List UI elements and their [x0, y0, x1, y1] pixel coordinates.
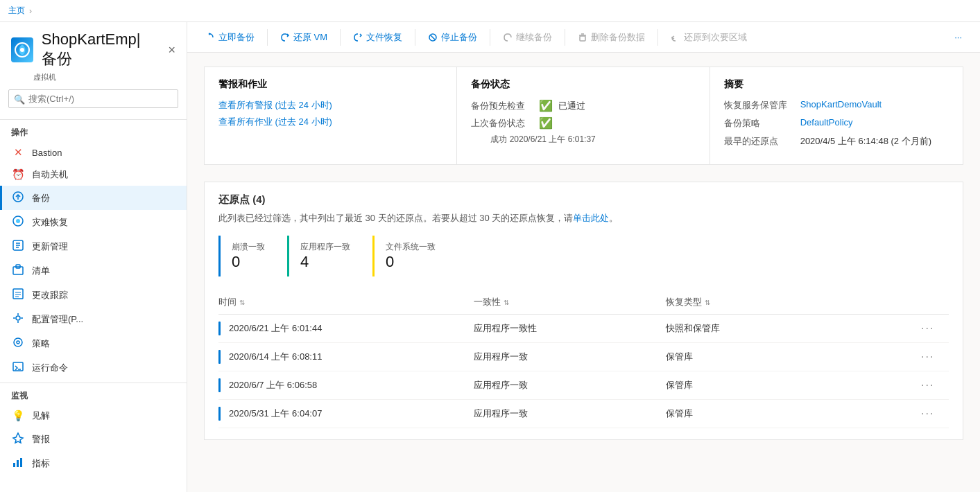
sidebar-item-alerts-label: 警报: [32, 433, 50, 446]
col-recovery-label: 恢复类型: [666, 296, 702, 308]
toolbar-sep-3: [415, 29, 415, 46]
summary-key-vault: 恢复服务保管库: [724, 99, 800, 112]
sidebar-item-insights[interactable]: 💡 见解: [0, 405, 187, 427]
sidebar-item-disaster-recovery-label: 灾难恢复: [32, 216, 68, 229]
table-row: 2020/6/7 上午 6:06:58 应用程序一致 保管库 ···: [218, 371, 949, 400]
col-consistency-sort[interactable]: ⇅: [504, 299, 509, 306]
search-input[interactable]: [8, 89, 178, 108]
row2-indicator: [218, 350, 221, 364]
sidebar-item-backup[interactable]: 备份: [0, 186, 187, 210]
restore-vm-label: 还原 VM: [293, 31, 327, 44]
sidebar-item-policy[interactable]: 策略: [0, 331, 187, 355]
row3-menu[interactable]: ···: [921, 379, 949, 392]
restore-secondary-button[interactable]: 还原到次要区域: [664, 28, 754, 47]
summary-val-policy[interactable]: DefaultPolicy: [800, 117, 853, 130]
toolbar-sep-2: [340, 29, 341, 46]
summary-section: 摘要 恢复服务保管库 ShopKartDemoVault 备份策略 Defaul…: [710, 67, 963, 164]
last-backup-icon: ✅: [539, 116, 553, 130]
sidebar-item-config-management-label: 配置管理(P...: [32, 313, 83, 326]
resume-backup-button[interactable]: 继续备份: [496, 28, 559, 47]
stat-file-consistent: 文件系统一致 0: [372, 236, 447, 276]
row1-menu[interactable]: ···: [921, 322, 949, 335]
stat-app-label: 应用程序一致: [300, 241, 350, 253]
toolbar-more-button[interactable]: ···: [947, 28, 969, 46]
last-backup-date: 成功 2020/6/21 上午 6:01:37: [490, 134, 695, 146]
sidebar-item-run-command[interactable]: 运行命令: [0, 355, 187, 380]
sidebar-item-disaster-recovery[interactable]: 灾难恢复: [0, 210, 187, 234]
view-jobs-link[interactable]: 查看所有作业 (过去 24 小时): [218, 116, 442, 128]
stop-backup-icon: [428, 33, 438, 42]
backup-status-section: 备份状态 备份预先检查 ✅ 已通过 上次备份状态 ✅ 成功 2020/6/21 …: [457, 67, 710, 164]
row2-time: 2020/6/14 上午 6:08:11: [218, 350, 474, 364]
close-button[interactable]: ×: [168, 43, 175, 58]
summary-title: 摘要: [724, 78, 949, 91]
toolbar-sep-1: [267, 29, 268, 46]
insights-icon: 💡: [11, 410, 25, 422]
page-title: ShopKartEmp| 备份: [42, 30, 160, 69]
row2-consistency: 应用程序一致: [474, 351, 665, 363]
col-recovery-sort[interactable]: ⇅: [705, 299, 710, 306]
sidebar-item-backup-label: 备份: [32, 192, 50, 204]
instant-backup-icon: [205, 33, 215, 42]
svg-rect-12: [13, 289, 23, 299]
restore-info-suffix: 。: [609, 213, 618, 223]
sidebar-item-metrics[interactable]: 指标: [0, 451, 187, 475]
change-tracking-icon: [11, 288, 25, 302]
view-alerts-link[interactable]: 查看所有警报 (过去 24 小时): [218, 99, 442, 112]
sidebar-item-bastion[interactable]: ✕ Bastion: [0, 141, 187, 164]
sidebar-item-change-tracking[interactable]: 更改跟踪: [0, 283, 187, 307]
breadcrumb-separator: ›: [29, 6, 32, 16]
instant-backup-button[interactable]: 立即备份: [198, 28, 261, 47]
sidebar-item-inventory[interactable]: 清单: [0, 258, 187, 283]
restore-points-table: 时间 ⇅ 一致性 ⇅ 恢复类型 ⇅: [218, 290, 949, 428]
toolbar-sep-5: [565, 29, 565, 46]
row2-menu[interactable]: ···: [921, 351, 949, 363]
config-management-icon: [11, 312, 25, 326]
breadcrumb-home[interactable]: 主页: [8, 5, 25, 17]
restore-info-link[interactable]: 单击此处: [573, 213, 609, 223]
pre-check-label: 备份预先检查: [471, 100, 533, 112]
summary-row-vault: 恢复服务保管库 ShopKartDemoVault: [724, 99, 949, 112]
restore-points-title: 还原点 (4): [218, 193, 949, 207]
svg-rect-26: [580, 36, 585, 41]
content-area: 立即备份 还原 VM 文件恢复 停止备份: [187, 22, 980, 492]
backup-icon: [11, 191, 25, 205]
main-area: ShopKartEmp| 备份 × 虚拟机 🔍 操作 ✕ Bastion ⏰ 自: [0, 22, 980, 492]
table-row: 2020/5/31 上午 6:04:07 应用程序一致 保管库 ···: [218, 400, 949, 428]
nav-section-monitoring: 监视 💡 见解 警报 指标: [0, 380, 187, 475]
row4-menu[interactable]: ···: [921, 407, 949, 420]
toolbar-sep-4: [490, 29, 490, 46]
col-header-actions: [921, 296, 949, 308]
summary-row-earliest: 最早的还原点 2020/4/5 上午 6:14:48 (2 个月前): [724, 135, 949, 148]
summary-key-earliest: 最早的还原点: [724, 135, 800, 148]
delete-backup-data-label: 删除备份数据: [591, 31, 645, 44]
delete-backup-data-button[interactable]: 删除备份数据: [571, 28, 652, 47]
app-container: 主页 › ShopKartEmp| 备份 × 虚拟机 🔍: [0, 0, 980, 492]
sidebar-item-auto-shutdown[interactable]: ⏰ 自动关机: [0, 164, 187, 186]
policy-icon: [11, 336, 25, 351]
stop-backup-button[interactable]: 停止备份: [421, 28, 484, 47]
sidebar-item-inventory-label: 清单: [32, 265, 50, 277]
file-recovery-button[interactable]: 文件恢复: [346, 28, 409, 47]
row3-time: 2020/6/7 上午 6:06:58: [218, 378, 474, 392]
sidebar-item-auto-shutdown-label: 自动关机: [32, 168, 68, 181]
pre-check-value: 已通过: [558, 100, 585, 112]
top-sections: 警报和作业 查看所有警报 (过去 24 小时) 查看所有作业 (过去 24 小时…: [204, 67, 963, 165]
col-time-sort[interactable]: ⇅: [239, 299, 245, 306]
summary-row-policy: 备份策略 DefaultPolicy: [724, 117, 949, 130]
pre-check-icon: ✅: [539, 99, 553, 112]
row1-consistency: 应用程序一致性: [474, 322, 665, 335]
svg-rect-23: [20, 458, 22, 467]
sidebar-item-config-management[interactable]: 配置管理(P...: [0, 307, 187, 331]
stat-crash-value: 0: [232, 253, 265, 271]
sidebar-item-run-command-label: 运行命令: [32, 362, 68, 374]
restore-vm-button[interactable]: 还原 VM: [273, 28, 334, 47]
sidebar-item-alerts[interactable]: 警报: [0, 427, 187, 451]
table-row: 2020/6/14 上午 6:08:11 应用程序一致 保管库 ···: [218, 343, 949, 371]
summary-val-vault[interactable]: ShopKartDemoVault: [800, 99, 882, 112]
table-row: 2020/6/21 上午 6:01:44 应用程序一致性 快照和保管库 ···: [218, 315, 949, 343]
sidebar-item-update-management[interactable]: 更新管理: [0, 234, 187, 258]
col-time-label: 时间: [218, 296, 237, 308]
stat-app-consistent: 应用程序一致 4: [287, 236, 361, 276]
row1-time-value: 2020/6/21 上午 6:01:44: [229, 322, 322, 335]
